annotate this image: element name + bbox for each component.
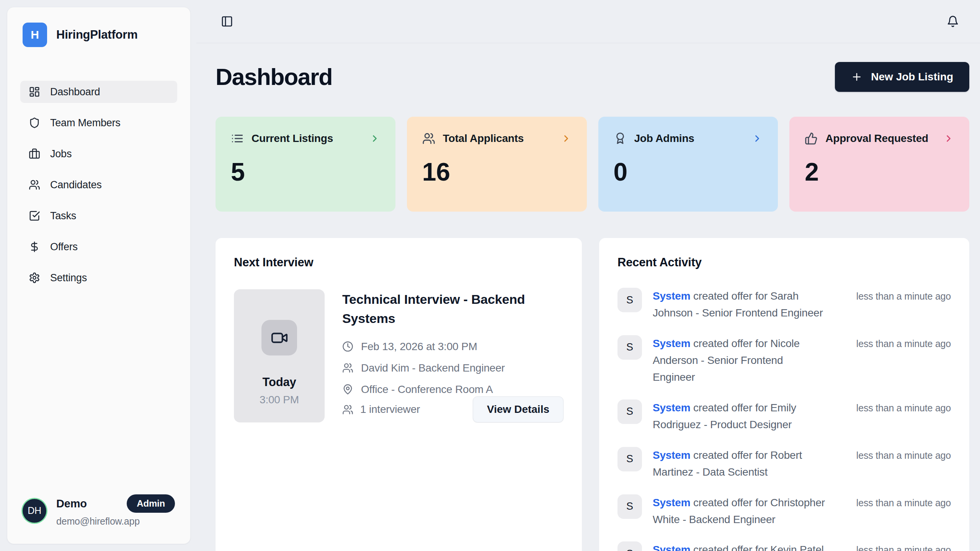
- user-email: demo@hireflow.app: [56, 516, 175, 527]
- gear-icon: [29, 272, 40, 284]
- stat-label: Job Admins: [634, 132, 745, 145]
- thumbs-up-icon: [805, 132, 818, 145]
- sidebar-item-label: Tasks: [50, 210, 76, 222]
- stat-value: 5: [231, 157, 380, 186]
- activity-text: System created offer for Christopher Whi…: [653, 494, 825, 528]
- role-badge: Admin: [127, 494, 175, 513]
- stat-value: 2: [805, 157, 954, 186]
- activity-timestamp: less than a minute ago: [836, 335, 951, 386]
- interview-time: 3:00 PM: [260, 394, 299, 406]
- interview-title: Technical Interview - Backend Systems: [342, 290, 557, 328]
- activity-actor-link[interactable]: System: [653, 337, 690, 349]
- activity-text: System created offer for Robert Martinez…: [653, 447, 825, 481]
- stat-card-total-applicants[interactable]: Total Applicants 16: [407, 117, 587, 212]
- view-details-button[interactable]: View Details: [473, 396, 564, 422]
- activity-actor-link[interactable]: System: [653, 402, 690, 414]
- stat-card-approval-requested[interactable]: Approval Requested 2: [789, 117, 969, 212]
- avatar: DH: [23, 499, 46, 523]
- sidebar: H HiringPlatform Dashboard Team Members …: [7, 7, 191, 544]
- panel-left-icon: [221, 15, 233, 28]
- sidebar-item-label: Dashboard: [50, 86, 100, 98]
- plus-icon: [851, 71, 862, 83]
- sidebar-item-label: Settings: [50, 272, 87, 284]
- activity-text: System created offer for Kevin Patel - D…: [653, 541, 825, 551]
- activity-actor-link[interactable]: System: [653, 449, 690, 461]
- main-area: Dashboard New Job Listing Current Listin…: [196, 0, 980, 551]
- activity-avatar: S: [617, 399, 642, 424]
- sidebar-item-label: Candidates: [50, 179, 102, 191]
- user-profile[interactable]: DH Demo Admin demo@hireflow.app: [20, 494, 177, 527]
- sidebar-item-label: Offers: [50, 241, 78, 253]
- chevron-right-icon: [561, 133, 572, 144]
- activity-actor-link[interactable]: System: [653, 497, 690, 509]
- users-icon: [29, 179, 40, 191]
- sidebar-toggle-button[interactable]: [221, 15, 233, 28]
- stats-row: Current Listings 5 Total Applicants: [216, 117, 969, 212]
- users-icon: [422, 132, 435, 145]
- activity-item: S System created offer for Emily Rodrigu…: [617, 399, 951, 433]
- activity-timestamp: less than a minute ago: [836, 288, 951, 321]
- new-job-listing-button[interactable]: New Job Listing: [835, 62, 969, 92]
- activity-text: System created offer for Nicole Anderson…: [653, 335, 825, 386]
- interview-day: Today: [263, 375, 296, 389]
- clock-icon: [342, 341, 353, 352]
- activity-item: S System created offer for Sarah Johnson…: [617, 288, 951, 321]
- next-interview-panel: Next Interview Today 3:00 PM Technical I…: [216, 238, 582, 551]
- chevron-right-icon: [369, 133, 380, 144]
- activity-avatar: S: [617, 541, 642, 551]
- activity-text: System created offer for Sarah Johnson -…: [653, 288, 825, 321]
- recent-activity-panel: Recent Activity S System created offer f…: [599, 238, 969, 551]
- interview-location-row: Office - Conference Room A: [342, 383, 564, 396]
- activity-item: S System created offer for Christopher W…: [617, 494, 951, 528]
- dollar-icon: [29, 241, 40, 253]
- sidebar-item-offers[interactable]: Offers: [20, 236, 177, 258]
- video-camera-icon: [261, 320, 297, 355]
- activity-avatar: S: [617, 494, 642, 519]
- activity-avatar: S: [617, 335, 642, 360]
- user-name: Demo: [56, 497, 87, 510]
- sidebar-item-candidates[interactable]: Candidates: [20, 174, 177, 196]
- app-brand: H HiringPlatform: [20, 23, 177, 47]
- briefcase-icon: [29, 148, 40, 160]
- sidebar-item-team-members[interactable]: Team Members: [20, 112, 177, 134]
- stat-card-job-admins[interactable]: Job Admins 0: [598, 117, 778, 212]
- sidebar-item-label: Team Members: [50, 117, 121, 129]
- app-logo: H: [23, 23, 47, 47]
- dashboard-grid-icon: [29, 86, 40, 98]
- recent-activity-title: Recent Activity: [617, 256, 951, 269]
- app-name: HiringPlatform: [56, 28, 138, 42]
- sidebar-item-jobs[interactable]: Jobs: [20, 143, 177, 165]
- app-logo-letter: H: [31, 28, 39, 41]
- activity-actor-link[interactable]: System: [653, 544, 690, 551]
- interview-details: Technical Interview - Backend Systems Fe…: [342, 289, 564, 422]
- interview-location: Office - Conference Room A: [361, 383, 493, 396]
- activity-item: S System created offer for Nicole Anders…: [617, 335, 951, 386]
- stat-value: 16: [422, 157, 572, 186]
- activity-timestamp: less than a minute ago: [836, 447, 951, 481]
- users-icon: [342, 404, 353, 415]
- page-title: Dashboard: [216, 64, 332, 90]
- interview-candidate-row: David Kim - Backend Engineer: [342, 362, 564, 374]
- new-job-listing-label: New Job Listing: [871, 71, 953, 83]
- stat-label: Current Listings: [252, 132, 362, 145]
- sidebar-item-settings[interactable]: Settings: [20, 267, 177, 289]
- stat-value: 0: [614, 157, 763, 186]
- chevron-right-icon: [943, 133, 954, 144]
- interviewer-count: 1 interviewer: [342, 403, 420, 416]
- activity-timestamp: less than a minute ago: [836, 541, 951, 551]
- stat-card-current-listings[interactable]: Current Listings 5: [216, 117, 395, 212]
- sidebar-item-label: Jobs: [50, 148, 72, 160]
- sidebar-item-tasks[interactable]: Tasks: [20, 205, 177, 227]
- activity-text: System created offer for Emily Rodriguez…: [653, 399, 825, 433]
- user-info: Demo Admin demo@hireflow.app: [56, 494, 175, 527]
- dashboard-content: Dashboard New Job Listing Current Listin…: [196, 43, 980, 551]
- interview-candidate: David Kim - Backend Engineer: [361, 362, 505, 374]
- notifications-button[interactable]: [947, 15, 959, 28]
- sidebar-nav: Dashboard Team Members Jobs Candidates T…: [20, 81, 177, 289]
- activity-list: S System created offer for Sarah Johnson…: [617, 288, 951, 551]
- award-icon: [614, 132, 627, 145]
- sidebar-item-dashboard[interactable]: Dashboard: [20, 81, 177, 103]
- users-icon: [342, 362, 353, 373]
- chevron-right-icon: [752, 133, 763, 144]
- activity-actor-link[interactable]: System: [653, 290, 690, 302]
